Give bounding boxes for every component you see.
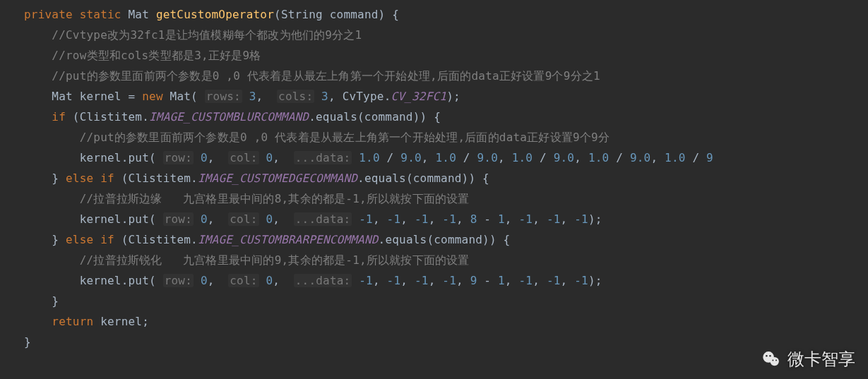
keyword-static: static: [80, 8, 121, 21]
svg-point-4: [772, 360, 773, 361]
literal: -1: [547, 212, 561, 226]
literal: -1: [547, 274, 561, 287]
literal: 0: [201, 151, 208, 164]
code-line: kernel.put( row: 0, col: 0, ...data: 1.0…: [24, 151, 713, 164]
svg-point-1: [770, 357, 778, 366]
literal: 0: [266, 274, 273, 287]
op: -: [484, 274, 491, 287]
literal: 0: [201, 274, 208, 287]
constant: CV_32FC1: [391, 90, 446, 103]
code-line: } else if (Clistitem.IMAGE_CUSTOMEDGECOM…: [24, 172, 489, 185]
keyword-if: if: [52, 110, 66, 124]
hint-col: col:: [228, 212, 258, 226]
literal: 1: [498, 212, 505, 226]
hint-row: row:: [163, 212, 194, 226]
literal: 1.0: [512, 151, 533, 164]
code-line: }: [24, 294, 59, 308]
literal: -1: [519, 274, 533, 287]
literal: -1: [359, 274, 373, 287]
keyword-new: new: [142, 90, 163, 103]
constant: IMAGE_CUSTOMBLURCOMMAND: [149, 110, 309, 124]
return-expr: kernel;: [100, 315, 149, 328]
param-name: command: [330, 8, 379, 21]
tail: );: [588, 212, 602, 226]
keyword-return: return: [52, 315, 93, 328]
hint-cols: cols:: [277, 90, 314, 103]
watermark-text: 微卡智享: [787, 348, 855, 371]
keyword-else: else: [66, 172, 93, 185]
svg-point-2: [766, 355, 767, 356]
op: /: [616, 151, 623, 164]
code-line: //拉普拉斯锐化 九宫格里最中间的9,其余的都是-1,所以就按下面的设置: [24, 253, 470, 267]
literal: -1: [387, 212, 401, 226]
literal: 9.0: [477, 151, 499, 164]
literal: -1: [387, 274, 401, 287]
constant: IMAGE_CUSTOMEDGECOMMAND: [198, 172, 357, 185]
literal: 9: [470, 274, 477, 287]
brace-close: }: [24, 335, 31, 349]
code-line: //row类型和cols类型都是3,正好是9格: [24, 49, 261, 62]
literal: 9: [706, 151, 713, 164]
method-call: kernel.put(: [80, 151, 156, 164]
hint-data: ...data:: [294, 151, 352, 164]
class-ref: CvType: [343, 90, 384, 103]
code-line: } else if (Clistitem.IMAGE_CUSTOMBRARPEN…: [24, 233, 510, 246]
code-line: //拉普拉斯边缘 九宫格里最中间的8,其余的都是-1,所以就按下面的设置: [24, 192, 470, 205]
op: /: [540, 151, 547, 164]
hint-data: ...data:: [294, 274, 352, 287]
comment: //put的参数里面前两个参数是0 ,0 代表着是从最左上角第一个开始处理,后面…: [80, 131, 610, 144]
assign-op: =: [129, 90, 136, 103]
literal: 8: [470, 212, 477, 226]
literal: -1: [574, 212, 588, 226]
keyword-if: if: [100, 172, 114, 185]
hint-rows: rows:: [205, 90, 242, 103]
watermark: 微卡智享: [761, 348, 855, 371]
comment: //put的参数里面前两个参数是0 ,0 代表着是从最左上角第一个开始处理,后面…: [52, 69, 600, 83]
keyword-else: else: [66, 233, 93, 246]
class-ref: Clistitem: [80, 110, 143, 124]
literal: -1: [359, 212, 373, 226]
class-ref: Clistitem: [129, 233, 191, 246]
comment: //row类型和cols类型都是3,正好是9格: [52, 49, 261, 62]
literal: -1: [442, 274, 456, 287]
comment: //拉普拉斯锐化 九宫格里最中间的9,其余的都是-1,所以就按下面的设置: [80, 253, 470, 267]
code-line: if (Clistitem.IMAGE_CUSTOMBLURCOMMAND.eq…: [24, 110, 441, 124]
literal: 1.0: [359, 151, 380, 164]
hint-row: row:: [163, 274, 194, 287]
literal: 0: [201, 212, 208, 226]
literal: -1: [574, 274, 588, 287]
hint-col: col:: [228, 274, 258, 287]
hint-col: col:: [228, 151, 258, 164]
param-type: String: [281, 8, 323, 21]
code-editor[interactable]: private static Mat getCustomOperator(Str…: [0, 0, 868, 352]
method-call: kernel.put(: [80, 212, 156, 226]
constant: IMAGE_CUSTOMBRARPENCOMMAND: [198, 233, 379, 246]
literal: 9.0: [554, 151, 575, 164]
code-line: kernel.put( row: 0, col: 0, ...data: -1,…: [24, 274, 602, 287]
brace-close: }: [52, 294, 59, 308]
literal: -1: [415, 274, 429, 287]
code-line: //put的参数里面前两个参数是0 ,0 代表着是从最左上角第一个开始处理,后面…: [24, 69, 600, 83]
method-call: kernel.put(: [80, 274, 156, 287]
keyword-private: private: [24, 8, 73, 21]
code-line: return kernel;: [24, 315, 149, 328]
comment: //拉普拉斯边缘 九宫格里最中间的8,其余的都是-1,所以就按下面的设置: [80, 192, 470, 205]
svg-point-3: [769, 355, 771, 356]
brace-close: }: [52, 233, 59, 246]
tail: );: [446, 90, 460, 103]
code-line: kernel.put( row: 0, col: 0, ...data: -1,…: [24, 212, 602, 226]
literal: -1: [415, 212, 429, 226]
code-line: //Cvtype改为32fc1是让均值模糊每个都改为他们的9分之1: [24, 28, 362, 42]
code-line: Mat kernel = new Mat( rows: 3, cols: 3, …: [24, 90, 460, 103]
method-call: .equals(command)) {: [309, 110, 441, 124]
hint-row: row:: [163, 151, 194, 164]
op: -: [484, 212, 491, 226]
literal: 3: [321, 90, 328, 103]
literal: 0: [266, 151, 273, 164]
literal: 1.0: [665, 151, 686, 164]
literal: 9.0: [630, 151, 651, 164]
tail: );: [588, 274, 602, 287]
svg-point-5: [775, 360, 777, 361]
keyword-if: if: [100, 233, 114, 246]
comment: //Cvtype改为32fc1是让均值模糊每个都改为他们的9分之1: [52, 28, 362, 42]
